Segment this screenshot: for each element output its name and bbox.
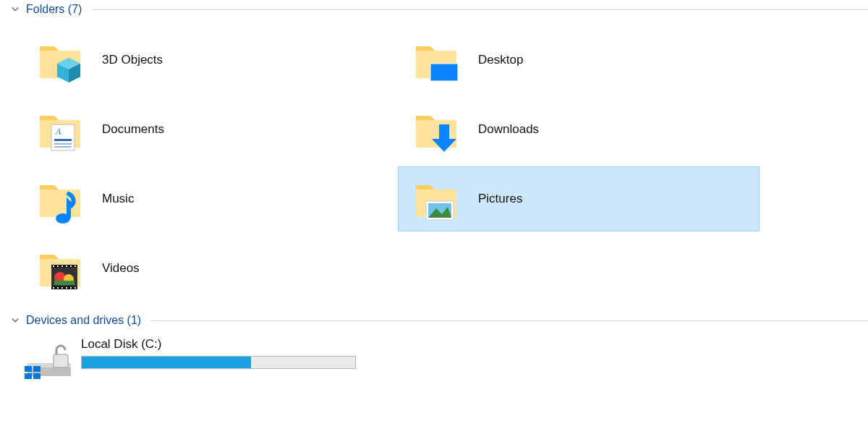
folders-grid: 3D Objects Desktop A Documents bbox=[0, 19, 868, 311]
folder-icon-videos bbox=[35, 243, 86, 294]
svg-rect-7 bbox=[54, 143, 72, 145]
folder-item-desktop[interactable]: Desktop bbox=[398, 27, 760, 93]
folder-icon-downloads bbox=[412, 104, 462, 155]
drive-item-local-disk[interactable]: Local Disk (C:) bbox=[0, 330, 868, 380]
folder-label: 3D Objects bbox=[102, 53, 163, 67]
folder-label: Videos bbox=[102, 261, 140, 276]
folder-icon-pictures bbox=[412, 174, 462, 224]
folder-label: Music bbox=[102, 192, 134, 206]
section-header-folders[interactable]: Folders (7) bbox=[0, 0, 868, 19]
folder-item-3d-objects[interactable]: 3D Objects bbox=[22, 27, 383, 93]
svg-rect-24 bbox=[53, 287, 54, 289]
folder-item-pictures[interactable]: Pictures bbox=[398, 166, 760, 231]
chevron-down-icon bbox=[10, 4, 20, 14]
svg-rect-35 bbox=[25, 366, 32, 372]
folder-item-videos[interactable]: Videos bbox=[22, 236, 383, 301]
section-title-folders: Folders (7) bbox=[26, 3, 82, 16]
folder-icon-desktop bbox=[412, 35, 462, 85]
chevron-down-icon bbox=[10, 315, 20, 326]
svg-rect-25 bbox=[57, 287, 59, 289]
section-title-drives: Devices and drives (1) bbox=[26, 314, 141, 327]
folder-label: Documents bbox=[102, 122, 164, 137]
svg-rect-32 bbox=[54, 281, 75, 285]
section-divider bbox=[92, 9, 868, 10]
svg-rect-6 bbox=[54, 139, 72, 141]
folder-label: Desktop bbox=[478, 53, 523, 67]
drive-info: Local Disk (C:) bbox=[81, 337, 356, 369]
svg-rect-38 bbox=[33, 373, 41, 379]
drive-usage-bar bbox=[81, 356, 356, 369]
svg-rect-27 bbox=[66, 287, 67, 289]
drive-icon bbox=[25, 337, 77, 380]
svg-rect-26 bbox=[61, 287, 63, 289]
folder-item-music[interactable]: Music bbox=[22, 166, 383, 231]
svg-rect-37 bbox=[33, 366, 41, 372]
section-header-drives[interactable]: Devices and drives (1) bbox=[0, 311, 868, 330]
drive-label: Local Disk (C:) bbox=[81, 337, 356, 352]
drive-usage-fill bbox=[82, 357, 251, 368]
folder-item-documents[interactable]: A Documents bbox=[22, 97, 383, 162]
svg-point-11 bbox=[56, 213, 70, 224]
folder-label: Downloads bbox=[478, 122, 539, 137]
svg-rect-3 bbox=[430, 64, 458, 81]
svg-rect-18 bbox=[53, 265, 54, 267]
section-divider bbox=[151, 320, 868, 321]
svg-rect-9 bbox=[439, 124, 449, 139]
svg-rect-39 bbox=[54, 354, 68, 367]
folder-item-downloads[interactable]: Downloads bbox=[398, 97, 760, 162]
svg-rect-36 bbox=[25, 373, 32, 379]
svg-rect-17 bbox=[51, 286, 77, 289]
folder-icon-documents: A bbox=[35, 104, 86, 155]
svg-rect-29 bbox=[75, 287, 76, 289]
svg-rect-16 bbox=[51, 265, 77, 268]
svg-rect-21 bbox=[66, 265, 67, 267]
folder-label: Pictures bbox=[478, 192, 522, 206]
svg-rect-28 bbox=[70, 287, 72, 289]
svg-rect-19 bbox=[57, 265, 59, 267]
folder-icon-music bbox=[35, 174, 86, 224]
svg-rect-20 bbox=[61, 265, 63, 267]
svg-rect-8 bbox=[54, 146, 72, 148]
svg-rect-22 bbox=[70, 265, 72, 267]
svg-rect-23 bbox=[75, 265, 76, 267]
folder-icon-3d-objects bbox=[35, 35, 86, 85]
svg-text:A: A bbox=[55, 127, 61, 137]
